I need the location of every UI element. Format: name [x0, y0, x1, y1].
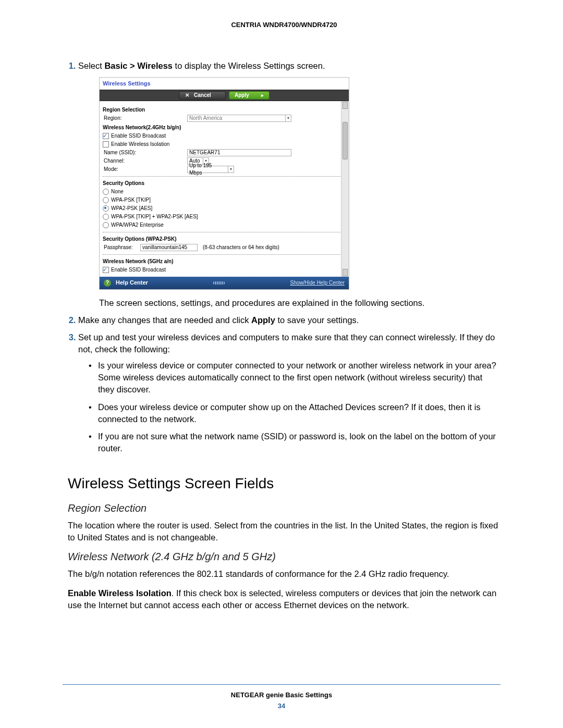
paragraph-bgn: The b/g/n notation references the 802.11… [68, 568, 500, 580]
step-1: Select Basic > Wireless to display the W… [78, 60, 500, 309]
help-center-label: Help Center [116, 279, 148, 286]
scroll-up-icon[interactable] [342, 102, 348, 109]
drag-handle-icon[interactable] [213, 281, 225, 285]
group-security-wpa2: Security Options (WPA2-PSK) [103, 236, 346, 243]
step-3-bullets: Is your wireless device or computer conn… [89, 360, 500, 454]
step-3: Set up and test your wireless devices an… [78, 331, 500, 454]
settings-screenshot: Wireless Settings ✕ Cancel Apply [99, 77, 349, 290]
page-number: 34 [63, 702, 500, 710]
subheading-region: Region Selection [68, 502, 500, 514]
scrollbar[interactable] [341, 101, 349, 277]
chevron-down-icon: ▾ [285, 115, 289, 122]
scroll-thumb[interactable] [342, 122, 348, 159]
running-header: CENTRIA WNDR4700/WNDR4720 [68, 21, 500, 29]
paragraph-region: The location where the router is used. S… [68, 520, 500, 544]
step-1-note: The screen sections, settings, and proce… [99, 297, 500, 309]
action-bar: ✕ Cancel Apply [100, 90, 349, 101]
chevron-right-icon [261, 92, 264, 99]
radio-wpa-both[interactable] [103, 214, 109, 220]
radio-enterprise[interactable] [103, 222, 109, 228]
enable-ssid-broadcast-5g-checkbox[interactable] [103, 267, 109, 273]
label-ssid-name: Name (SSID): [103, 149, 187, 156]
chevron-down-icon: ▾ [228, 166, 232, 173]
label-ssid-broadcast: Enable SSID Broadcast [111, 132, 166, 140]
radio-wpa2-aes[interactable] [103, 205, 109, 212]
page-footer: NETGEAR genie Basic Settings 34 [63, 684, 500, 710]
mode-select[interactable]: Up to 195 Mbps ▾ [187, 166, 234, 173]
bullet-1: Is your wireless device or computer conn… [89, 360, 500, 396]
radio-none[interactable] [103, 189, 109, 195]
passphrase-hint: (8-63 characters or 64 hex digits) [203, 244, 279, 251]
section-heading: Wireless Settings Screen Fields [68, 475, 500, 492]
label-ssid-broadcast-5g: Enable SSID Broadcast [111, 266, 166, 274]
enable-wireless-isolation-checkbox[interactable] [103, 141, 109, 147]
label-passphrase: Passphrase: [103, 244, 140, 251]
label-wireless-isolation: Enable Wireless Isolation [111, 141, 169, 148]
label-mode: Mode: [103, 166, 187, 173]
label-channel: Channel: [103, 157, 187, 165]
panel-title: Wireless Settings [100, 78, 349, 90]
help-center-bar: ? Help Center Show/Hide Help Center [100, 277, 349, 289]
close-icon: ✕ [185, 92, 190, 99]
cancel-button[interactable]: ✕ Cancel [179, 91, 226, 100]
group-region-selection: Region Selection [103, 106, 346, 114]
subheading-wireless-network: Wireless Network (2.4 GHz b/g/n and 5 GH… [68, 551, 500, 563]
group-5ghz: Wireless Network (5GHz a/n) [103, 258, 346, 265]
step-2: Make any changes that are needed and cli… [78, 314, 500, 326]
show-hide-help-link[interactable]: Show/Hide Help Center [290, 279, 345, 287]
instruction-list: Select Basic > Wireless to display the W… [78, 60, 500, 454]
enable-ssid-broadcast-checkbox[interactable] [103, 133, 109, 139]
passphrase-input[interactable]: vanillamountain145 [140, 244, 198, 251]
divider [103, 254, 346, 255]
footer-title: NETGEAR genie Basic Settings [63, 691, 500, 699]
group-security-options: Security Options [103, 180, 346, 187]
apply-button[interactable]: Apply [229, 91, 270, 100]
ssid-name-input[interactable]: NETGEAR71 [187, 149, 291, 156]
region-select[interactable]: North America ▾ [187, 115, 291, 122]
paragraph-isolation: Enable Wireless Isolation. If this check… [68, 587, 500, 611]
divider [103, 232, 346, 232]
bullet-2: Does your wireless device or computer sh… [89, 401, 500, 425]
group-24ghz: Wireless Network(2.4GHz b/g/n) [103, 124, 346, 131]
bullet-3: If you are not sure what the network nam… [89, 430, 500, 454]
label-region: Region: [103, 115, 187, 122]
help-icon: ? [104, 279, 111, 287]
radio-wpa-tkip[interactable] [103, 197, 109, 203]
scroll-down-icon[interactable] [342, 269, 348, 276]
